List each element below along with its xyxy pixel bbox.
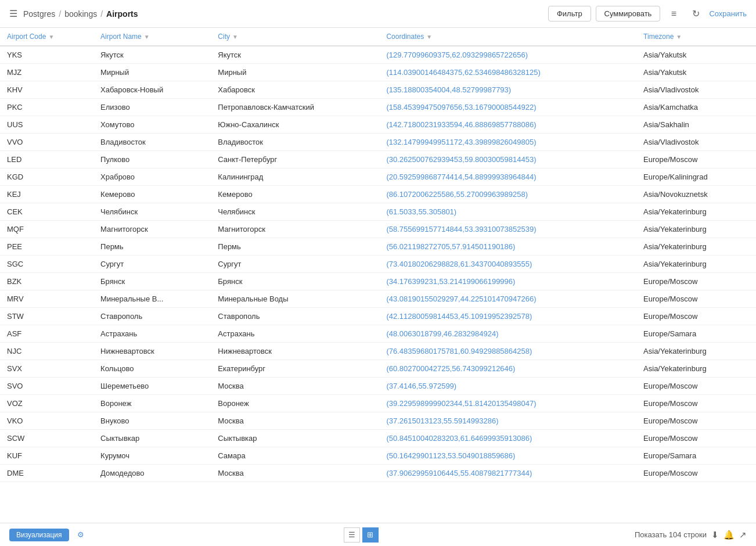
refresh-icon[interactable]: ↻ xyxy=(687,5,704,23)
grid-view-button[interactable]: ⊞ xyxy=(362,527,379,543)
footer: Визуализация ⚙ ☰ ⊞ Показать 104 строки ⬇… xyxy=(0,523,756,546)
cell-coords: (20.592599868774414,54.88999938964844) xyxy=(379,168,636,186)
cell-coords: (56.021198272705,57.914501190186) xyxy=(379,238,636,256)
col-header-tz[interactable]: Timezone ▼ xyxy=(636,28,756,46)
cell-name: Сургут xyxy=(93,256,211,273)
cell-coords: (50.84510040283203,61.64699935913086) xyxy=(379,430,636,447)
cell-code: VOZ xyxy=(0,395,93,412)
cell-tz: Asia/Yakutsk xyxy=(636,46,756,64)
header: ☰ Postgres / bookings / Airports Фильтр … xyxy=(0,0,756,28)
cell-city: Москва xyxy=(211,465,379,482)
cell-code: BZK xyxy=(0,273,93,290)
table-row: SGCСургутСургут(73.40180206298828,61.343… xyxy=(0,256,756,273)
cell-name: Пулково xyxy=(93,151,211,168)
cell-city: Магнитогорск xyxy=(211,221,379,238)
cell-name: Храброво xyxy=(93,168,211,186)
footer-center: ☰ ⊞ xyxy=(344,527,379,543)
table-row: YKSЯкутскЯкутск(129.77099609375,62.09329… xyxy=(0,46,756,64)
cell-city: Кемерово xyxy=(211,186,379,203)
cell-code: SVX xyxy=(0,360,93,378)
cell-name: Челябинск xyxy=(93,203,211,221)
cell-name: Мирный xyxy=(93,64,211,81)
cell-tz: Europe/Samara xyxy=(636,447,756,465)
cell-tz: Asia/Kamchatka xyxy=(636,99,756,116)
table-row: VVOВладивостокВладивосток(132.1479994995… xyxy=(0,134,756,151)
cell-coords: (37.4146,55.972599) xyxy=(379,378,636,395)
cell-tz: Asia/Novokuznetsk xyxy=(636,186,756,203)
breadcrumb-db[interactable]: Postgres xyxy=(23,9,55,19)
cell-tz: Asia/Yekaterinburg xyxy=(636,238,756,256)
cell-city: Якутск xyxy=(211,46,379,64)
table-row: SVXКольцовоЕкатеринбург(60.802700042725,… xyxy=(0,360,756,378)
cell-city: Пермь xyxy=(211,238,379,256)
cell-coords: (34.176399231,53.214199066199996) xyxy=(379,273,636,290)
table-row: LEDПулковоСанкт-Петербург(30.26250076293… xyxy=(0,151,756,168)
table-row: PKCЕлизовоПетропавловск-Камчатский(158.4… xyxy=(0,99,756,116)
cell-city: Москва xyxy=(211,412,379,430)
notification-icon[interactable]: 🔔 xyxy=(723,530,735,540)
table-row: MQFМагнитогорскМагнитогорск(58.755699157… xyxy=(0,221,756,238)
cell-coords: (76.48359680175781,60.94929885864258) xyxy=(379,343,636,360)
cell-tz: Europe/Moscow xyxy=(636,378,756,395)
cell-coords: (142.71800231933594,46.88869857788086) xyxy=(379,116,636,134)
table-row: VKOВнуковоМосква(37.2615013123,55.591499… xyxy=(0,412,756,430)
cell-code: PKC xyxy=(0,99,93,116)
cell-city: Астрахань xyxy=(211,325,379,343)
cell-coords: (37.2615013123,55.5914993286) xyxy=(379,412,636,430)
cell-code: SGC xyxy=(0,256,93,273)
cell-name: Курумоч xyxy=(93,447,211,465)
cell-name: Брянск xyxy=(93,273,211,290)
breadcrumb-schema[interactable]: bookings xyxy=(64,9,97,19)
cell-code: VVO xyxy=(0,134,93,151)
table-row: SVOШереметьевоМосква(37.4146,55.972599)E… xyxy=(0,378,756,395)
cell-tz: Europe/Moscow xyxy=(636,308,756,325)
export-icon[interactable]: ↗ xyxy=(739,530,747,540)
cell-code: STW xyxy=(0,308,93,325)
breadcrumb: ☰ Postgres / bookings / Airports xyxy=(9,8,138,19)
table-row: UUSХомутовоЮжно-Сахалинск(142.7180023193… xyxy=(0,116,756,134)
cell-code: CEK xyxy=(0,203,93,221)
cell-code: KEJ xyxy=(0,186,93,203)
col-header-code[interactable]: Airport Code ▼ xyxy=(0,28,93,46)
col-header-coords[interactable]: Coordinates ▼ xyxy=(379,28,636,46)
sort-icon-name: ▼ xyxy=(144,34,150,40)
columns-icon[interactable]: ≡ xyxy=(665,5,682,23)
table-row: ASFАстраханьАстрахань(48.0063018799,46.2… xyxy=(0,325,756,343)
table-row: NJCНижневартовскНижневартовск(76.4835968… xyxy=(0,343,756,360)
cell-tz: Europe/Moscow xyxy=(636,290,756,308)
table-row: STWСтавропольСтаврополь(42.1128005981445… xyxy=(0,308,756,325)
visualize-settings-icon[interactable]: ⚙ xyxy=(74,528,88,542)
cell-name: Хабаровск-Новый xyxy=(93,81,211,99)
cell-tz: Asia/Yekaterinburg xyxy=(636,203,756,221)
cell-coords: (135.18800354004,48.52799987793) xyxy=(379,81,636,99)
visualize-button[interactable]: Визуализация xyxy=(9,529,69,541)
cell-city: Ставрополь xyxy=(211,308,379,325)
breadcrumb-sep1: / xyxy=(59,9,61,19)
col-header-city[interactable]: City ▼ xyxy=(211,28,379,46)
table-row: KUFКурумочСамара(50.16429901123,53.50490… xyxy=(0,447,756,465)
download-icon[interactable]: ⬇ xyxy=(711,530,719,540)
cell-name: Нижневартовск xyxy=(93,343,211,360)
cell-code: SCW xyxy=(0,430,93,447)
cell-city: Челябинск xyxy=(211,203,379,221)
summarize-button[interactable]: Суммировать xyxy=(596,6,661,21)
cell-city: Санкт-Петербург xyxy=(211,151,379,168)
filter-button[interactable]: Фильтр xyxy=(548,6,591,21)
cell-city: Владивосток xyxy=(211,134,379,151)
list-view-button[interactable]: ☰ xyxy=(344,527,360,543)
cell-coords: (37.90629959106445,55.40879821777344) xyxy=(379,465,636,482)
cell-coords: (129.77099609375,62.093299865722656) xyxy=(379,46,636,64)
cell-name: Хомутово xyxy=(93,116,211,134)
table-header: Airport Code ▼ Airport Name ▼ City ▼ xyxy=(0,28,756,46)
cell-tz: Europe/Moscow xyxy=(636,151,756,168)
database-icon: ☰ xyxy=(9,8,17,19)
col-header-name[interactable]: Airport Name ▼ xyxy=(93,28,211,46)
cell-name: Домодедово xyxy=(93,465,211,482)
save-button[interactable]: Сохранить xyxy=(709,9,747,18)
cell-coords: (50.16429901123,53.5049018859686) xyxy=(379,447,636,465)
sort-icon-code: ▼ xyxy=(48,34,54,40)
table-row: MJZМирныйМирный(114.03900146484375,62.53… xyxy=(0,64,756,81)
cell-code: NJC xyxy=(0,343,93,360)
cell-tz: Asia/Yakutsk xyxy=(636,64,756,81)
cell-code: LED xyxy=(0,151,93,168)
